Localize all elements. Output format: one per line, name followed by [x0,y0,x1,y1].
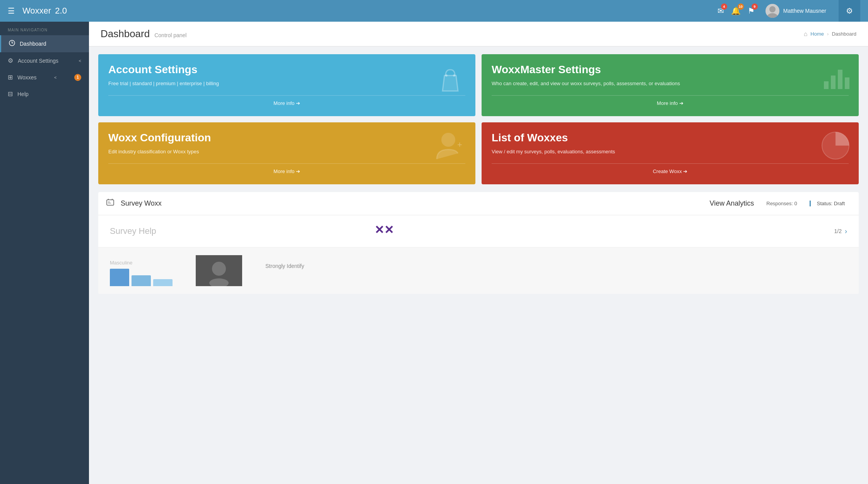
avatar [765,4,779,18]
help-icon: ⊟ [8,90,13,98]
main-header: Dashboard Control panel ⌂ Home › Dashboa… [89,22,868,46]
svg-rect-14 [108,203,111,203]
bar-2 [132,275,151,286]
breadcrumb-separator: › [827,31,829,37]
svg-text:+: + [457,140,462,149]
gear-button[interactable]: ⚙ [839,0,860,22]
svg-point-3 [445,74,448,77]
card-account-settings[interactable]: Account Settings Free trial | standard |… [98,54,475,116]
bar-3 [153,279,173,286]
survey-body: Survey Help ✕✕ 1/2 › Masculine [98,215,859,294]
svg-point-17 [212,262,226,276]
chevron-icon: < [79,58,81,63]
bar-chart-label: Masculine [110,260,173,266]
flag-icon-wrap[interactable]: ⚑ 9 [748,6,755,15]
survey-responses: Responses: 0 [760,201,803,206]
strongly-identify-label: Strongly Identify [265,255,304,269]
sidebar-item-account-settings[interactable]: ⚙ Account Settings < [0,52,89,69]
dashboard-icon [9,40,15,48]
pie-icon [820,130,851,168]
main-content: Dashboard Control panel ⌂ Home › Dashboa… [89,22,868,484]
card-grid: Account Settings Free trial | standard |… [89,46,868,192]
survey-status: Status: Draft [810,201,851,206]
svg-point-0 [769,6,776,12]
bag-icon [433,62,468,104]
person-icon: + [435,130,468,170]
card-woxxmaster-desc: Who can create, edit, and view our woxx … [492,80,724,88]
sidebar-item-help[interactable]: ⊟ Help [0,86,89,102]
svg-rect-12 [107,200,114,205]
svg-point-9 [441,133,455,147]
card-list-woxxes-title: List of Woxxes [492,132,849,144]
app-version: 2.0 [55,6,67,15]
svg-rect-5 [824,81,829,89]
app-logo: Woxxer 2.0 [22,6,67,16]
breadcrumb: ⌂ Home › Dashboard [804,31,856,38]
card-woxxmaster-footer[interactable]: More info ➔ [492,95,849,111]
card-list-woxxes-footer[interactable]: Create Woxx ➔ [492,163,849,179]
card-woxx-config-title: Woxx Configuration [108,132,465,144]
svg-point-1 [767,13,778,18]
survey-title: Survey Woxx [121,199,704,208]
bar-chart [110,269,173,286]
breadcrumb-current: Dashboard [832,31,856,37]
card-list-woxxes-desc: View / edit my surveys, polls, evaluatio… [492,148,724,156]
username: Matthew Mausner [783,8,826,14]
page-navigation: 1/2 › [834,227,847,235]
survey-section: Survey Woxx View Analytics Responses: 0 … [98,192,859,294]
survey-icon [106,198,114,209]
survey-help-title: Survey Help [110,226,156,236]
view-analytics-button[interactable]: View Analytics [710,199,754,208]
sidebar-section-label: MAIN NAVIGATION [0,22,89,35]
main-header-left: Dashboard Control panel [101,28,186,40]
topbar: ☰ Woxxer 2.0 ✉ 4 🔔 10 ⚑ 9 Matthew Mausne… [0,0,868,22]
svg-rect-7 [838,70,842,89]
card-woxxmaster-title: WoxxMaster Settings [492,64,849,76]
survey-content-area: Masculine Stron [98,247,859,294]
svg-point-4 [453,74,455,77]
next-page-arrow[interactable]: › [845,227,847,235]
card-woxx-config-desc: Edit industry classification or Woxx typ… [108,148,340,156]
bar-chart-area: Masculine [110,260,173,286]
settings-icon: ⚙ [8,57,13,64]
svg-rect-6 [831,76,836,89]
woxxes-badge: 1 [74,74,81,81]
home-icon: ⌂ [804,31,808,38]
svg-text:✕✕: ✕✕ [374,223,394,236]
user-menu[interactable]: Matthew Mausner [765,4,826,18]
sidebar-item-dashboard[interactable]: Dashboard [0,35,89,52]
sidebar-label-help: Help [17,91,29,97]
card-woxx-configuration[interactable]: Woxx Configuration Edit industry classif… [98,122,475,184]
woxx-logo: ✕✕ [374,223,398,239]
card-woxx-config-footer[interactable]: More info ➔ [108,163,465,179]
grid-icon: ⊞ [8,74,13,81]
bell-badge: 10 [738,3,744,10]
survey-header: Survey Woxx View Analytics Responses: 0 … [98,192,859,215]
sidebar-item-woxxes[interactable]: ⊞ Woxxes < 1 [0,69,89,86]
sidebar-label-account-settings: Account Settings [18,58,58,64]
svg-rect-13 [108,202,110,202]
sidebar-label-woxxes: Woxxes [17,74,37,81]
bell-icon-wrap[interactable]: 🔔 10 [731,6,741,15]
sidebar: MAIN NAVIGATION Dashboard ⚙ Account Sett… [0,22,89,484]
card-account-settings-title: Account Settings [108,64,465,76]
chart-icon [820,62,851,100]
survey-image-placeholder [196,255,242,286]
app-name: Woxxer [22,6,51,15]
page-title: Dashboard [101,28,150,40]
mail-icon-wrap[interactable]: ✉ 4 [718,6,724,15]
sidebar-label-dashboard: Dashboard [20,41,46,47]
card-account-settings-footer[interactable]: More info ➔ [108,95,465,111]
card-list-of-woxxes[interactable]: List of Woxxes View / edit my surveys, p… [482,122,859,184]
mail-badge: 4 [721,3,727,10]
card-woxxmaster-settings[interactable]: WoxxMaster Settings Who can create, edit… [482,54,859,116]
card-account-settings-desc: Free trial | standard | premium | enterp… [108,80,340,88]
bar-1 [110,269,129,286]
flag-badge: 9 [752,3,758,10]
menu-icon[interactable]: ☰ [8,6,15,15]
breadcrumb-home[interactable]: Home [810,31,824,37]
page-subtitle: Control panel [154,32,186,38]
svg-rect-8 [845,77,849,89]
page-indicator: 1/2 [834,228,842,234]
woxxes-chevron-icon: < [54,75,56,80]
